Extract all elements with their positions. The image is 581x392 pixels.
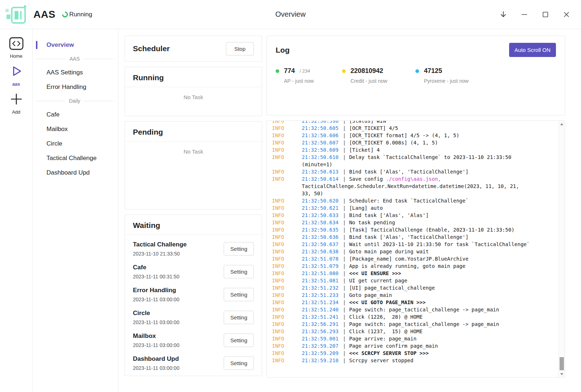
log-line: INFO21:32:59.209|<<< SCRCPY SERVER STOP … [272, 350, 565, 357]
log-separator: | [343, 292, 346, 298]
log-time: 21:32:59.209 [302, 350, 343, 357]
log-separator: | [343, 212, 346, 218]
menu-item-error-handling[interactable]: Error Handling [33, 80, 118, 94]
log-separator: | [343, 321, 346, 327]
log-level: INFO [272, 219, 302, 226]
play-icon [9, 64, 23, 79]
log-line: INFO21:32:51.078|[Package_name] com.Yost… [272, 255, 565, 262]
divider-line [36, 101, 65, 101]
rail-item-aas[interactable]: aas [9, 64, 23, 87]
menu-item-mailbox[interactable]: Mailbox [33, 122, 118, 136]
task-setting-button[interactable]: Setting [224, 265, 254, 278]
icon-rail: Home aas Add [0, 29, 33, 392]
menu-item-dashboard-upd[interactable]: Dashboard Upd [33, 166, 118, 180]
stat-dot [342, 69, 346, 73]
scroll-up-arrow-icon[interactable] [559, 121, 565, 127]
rail-item-home[interactable]: Home [9, 37, 24, 59]
log-separator: | [343, 132, 346, 138]
log-separator: | [343, 307, 346, 313]
log-time: 21:32:50.633 [302, 212, 343, 219]
stat-value: 47125 [424, 67, 442, 75]
stat-caption: Credit - just now [350, 78, 387, 84]
log-time: 21:32:50.636 [302, 233, 343, 241]
scrollbar-thumb[interactable] [560, 357, 564, 370]
menu-item-cafe[interactable]: Cafe [33, 107, 118, 122]
log-time: 21:32:51.079 [302, 262, 343, 270]
log-output-panel[interactable]: INFO21:32:50.598|[Status] WININFO21:32:5… [267, 121, 565, 377]
rail-label-aas: aas [12, 81, 20, 87]
scheduler-column: Scheduler Stop Running No Task Pending N… [125, 36, 262, 392]
menu-item-circle[interactable]: Circle [33, 136, 118, 151]
waiting-task-info: Tactical Challenge2023-11-10 21:33:50 [133, 241, 187, 257]
waiting-task-time: 2023-11-11 03:00:00 [133, 365, 179, 371]
close-button[interactable] [562, 10, 571, 19]
log-line: INFO21:32:50.613|Bind task ['Alas', 'Tac… [272, 168, 565, 175]
log-message: TacticalChallenge.Scheduler.NextRun=date… [302, 183, 519, 189]
menu-section-label: Daily [69, 98, 80, 104]
log-separator: | [343, 121, 346, 124]
log-time: 21:32:56.293 [302, 328, 343, 335]
log-line: INFO21:32:50.634|No task pending [272, 219, 565, 226]
log-line: INFO21:32:50.633|Bind task ['Alas', 'Ala… [272, 212, 565, 219]
log-time: 21:32:51.232 [302, 284, 343, 291]
dashboard-stats: 774/ 234AP - just now220810942Credit - j… [276, 67, 556, 84]
log-message: Delay task `TacticalChallenge` to 2023-1… [349, 154, 511, 160]
log-time: 21:32:59.207 [302, 342, 343, 350]
log-separator: | [343, 234, 346, 240]
log-message: Save config [349, 176, 386, 182]
log-separator: | [343, 169, 346, 175]
pending-header: Pending [125, 122, 262, 142]
log-level: INFO [272, 226, 302, 233]
menu-item-overview[interactable]: Overview [33, 38, 118, 52]
task-setting-button[interactable]: Setting [224, 288, 254, 301]
log-level: INFO [272, 241, 302, 248]
log-scrollbar[interactable] [558, 121, 565, 377]
plus-icon [9, 92, 23, 107]
log-line: INFO21:32:59.207|Page arrive confirm pag… [272, 342, 565, 350]
log-line: INFO21:32:50.621|[Lang] auto [272, 204, 565, 212]
titlebar: AAS Running Overview [0, 0, 581, 29]
log-separator: | [343, 263, 346, 269]
log-line: TacticalChallenge.Scheduler.NextRun=date… [272, 183, 565, 190]
task-setting-button[interactable]: Setting [224, 334, 254, 347]
log-time: 21:32:50.606 [302, 132, 343, 139]
stat-caption: AP - just now [284, 78, 314, 84]
update-download-icon[interactable] [499, 10, 508, 19]
waiting-task-row: Tactical Challenge2023-11-10 21:33:50Set… [133, 237, 254, 260]
log-separator: | [343, 154, 346, 160]
log-level: INFO [272, 168, 302, 175]
log-line: INFO21:32:50.609|[Ticket] 4 [272, 146, 565, 154]
log-line: INFO21:32:50.606|[OCR_TICKET format] 4/5… [272, 132, 565, 139]
auto-scroll-button[interactable]: Auto Scroll ON [509, 43, 556, 57]
log-level: INFO [272, 154, 302, 161]
log-message: Bind task ['Alas', 'TacticalChallenge'] [349, 169, 468, 175]
log-title: Log [276, 46, 289, 54]
log-level: INFO [272, 335, 302, 342]
stat-suffix: / 234 [300, 68, 310, 74]
scroll-down-arrow-icon[interactable] [559, 371, 565, 377]
log-line: INFO21:32:50.605|[OCR_TICKET] 4/5 [272, 124, 565, 132]
log-time: 21:32:50.638 [302, 248, 343, 255]
log-level: INFO [272, 248, 302, 255]
divider-line [36, 59, 66, 59]
log-line: INFO21:32:51.233|Goto page_main [272, 291, 565, 299]
log-time: 21:32:50.613 [302, 168, 343, 175]
minimize-button[interactable] [520, 10, 529, 19]
log-line: INFO21:32:51.080|<<< UI ENSURE >>> [272, 270, 565, 277]
log-separator: | [343, 249, 346, 254]
menu-item-aas-settings[interactable]: AAS Settings [33, 65, 118, 80]
task-setting-button[interactable]: Setting [224, 242, 254, 256]
task-setting-button[interactable]: Setting [224, 311, 254, 324]
rail-item-add[interactable]: Add [9, 92, 23, 115]
log-time: 21:32:51.078 [302, 255, 343, 262]
divider-line [84, 101, 113, 101]
scheduler-stop-button[interactable]: Stop [226, 42, 254, 56]
task-setting-button[interactable]: Setting [224, 356, 254, 370]
waiting-task-time: 2023-11-11 00:31:50 [133, 274, 179, 279]
log-separator: | [343, 205, 346, 211]
menu-item-tactical-challenge[interactable]: Tactical Challenge [33, 151, 118, 166]
log-message: [Lang] auto [349, 205, 383, 211]
content-area: Scheduler Stop Running No Task Pending N… [118, 29, 581, 392]
log-time: 21:32:50.609 [302, 146, 343, 154]
maximize-button[interactable] [541, 10, 550, 19]
